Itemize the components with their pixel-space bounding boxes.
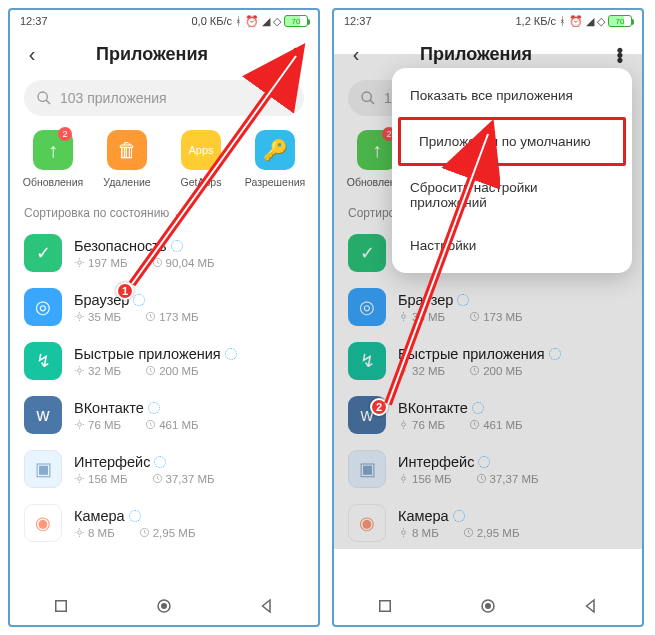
key-icon: 🔑 bbox=[255, 130, 295, 170]
status-speed: 1,2 КБ/с bbox=[515, 15, 556, 27]
search-icon bbox=[36, 90, 52, 106]
bluetooth-icon: ᚼ bbox=[559, 15, 566, 27]
action-label: GetApps bbox=[166, 176, 236, 188]
status-time: 12:37 bbox=[20, 15, 48, 27]
clock-icon bbox=[139, 527, 150, 538]
nav-home[interactable] bbox=[479, 597, 497, 615]
overflow-menu: Показать все приложения Приложения по ум… bbox=[392, 68, 632, 273]
battery-icon: 70 bbox=[608, 15, 632, 27]
app-name: Интерфейс bbox=[74, 454, 150, 470]
signal-icon: ◢ bbox=[262, 15, 270, 28]
gear-icon bbox=[74, 473, 85, 484]
app-icon: w bbox=[24, 396, 62, 434]
updates-badge: 2 bbox=[58, 127, 72, 141]
loading-icon bbox=[171, 240, 183, 252]
app-row[interactable]: ◎ Браузер 35 МБ 173 МБ bbox=[10, 280, 318, 334]
clock-icon bbox=[152, 257, 163, 268]
action-label: Обновления bbox=[18, 176, 88, 188]
svg-point-4 bbox=[78, 315, 82, 319]
gear-icon bbox=[74, 365, 85, 376]
action-getapps[interactable]: Apps GetApps bbox=[166, 130, 236, 188]
gear-icon bbox=[74, 257, 85, 268]
menu-settings[interactable]: Настройки bbox=[392, 224, 632, 267]
action-label: Разрешения bbox=[240, 176, 310, 188]
menu-show-all[interactable]: Показать все приложения bbox=[392, 74, 632, 117]
app-icon: ◎ bbox=[24, 288, 62, 326]
nav-bar bbox=[10, 587, 318, 625]
clock-icon bbox=[145, 419, 156, 430]
app-row[interactable]: ✓ Безопасность 197 МБ 90,04 МБ bbox=[10, 226, 318, 280]
app-icon: ✓ bbox=[24, 234, 62, 272]
wifi-icon: ◇ bbox=[597, 15, 605, 28]
loading-icon bbox=[154, 456, 166, 468]
status-time: 12:37 bbox=[344, 15, 372, 27]
action-updates[interactable]: ↑ 2 Обновления bbox=[18, 130, 88, 188]
svg-point-33 bbox=[486, 604, 491, 609]
nav-recent[interactable] bbox=[52, 597, 70, 615]
nav-home[interactable] bbox=[155, 597, 173, 615]
svg-rect-14 bbox=[56, 601, 67, 612]
sort-dropdown[interactable]: Сортировка по состоянию ⌄ bbox=[10, 196, 318, 226]
wifi-icon: ◇ bbox=[273, 15, 281, 28]
app-icon: ◉ bbox=[24, 504, 62, 542]
gear-icon bbox=[74, 419, 85, 430]
loading-icon bbox=[148, 402, 160, 414]
app-icon: ↯ bbox=[24, 342, 62, 380]
app-name: Быстрые приложения bbox=[74, 346, 221, 362]
svg-point-0 bbox=[38, 92, 47, 101]
svg-point-6 bbox=[78, 369, 82, 373]
action-permissions[interactable]: 🔑 Разрешения bbox=[240, 130, 310, 188]
svg-point-2 bbox=[78, 261, 82, 265]
phone-left: 12:37 0,0 КБ/с ᚼ ⏰ ◢ ◇ 70 ‹ Приложения •… bbox=[8, 8, 320, 627]
bluetooth-icon: ᚼ bbox=[235, 15, 242, 27]
gear-icon bbox=[74, 527, 85, 538]
dimmed-layer: ‹ Приложения ••• 103 приложения ↑ 2 Обно… bbox=[334, 32, 642, 587]
clock-icon bbox=[152, 473, 163, 484]
signal-icon: ◢ bbox=[586, 15, 594, 28]
app-row[interactable]: w ВКонтакте 76 МБ 461 МБ bbox=[10, 388, 318, 442]
overflow-menu-button[interactable]: ••• bbox=[284, 47, 308, 62]
app-row[interactable]: ◉ Камера 8 МБ 2,95 МБ bbox=[10, 496, 318, 550]
status-icons: 0,0 КБ/с ᚼ ⏰ ◢ ◇ 70 bbox=[191, 15, 308, 28]
chevron-down-icon: ⌄ bbox=[173, 206, 183, 220]
clock-icon bbox=[145, 311, 156, 322]
loading-icon bbox=[133, 294, 145, 306]
app-name: ВКонтакте bbox=[74, 400, 144, 416]
battery-icon: 70 bbox=[284, 15, 308, 27]
app-icon: ▣ bbox=[24, 450, 62, 488]
svg-rect-31 bbox=[380, 601, 391, 612]
title-bar: ‹ Приложения ••• bbox=[10, 32, 318, 76]
nav-back[interactable] bbox=[582, 597, 600, 615]
clock-icon bbox=[145, 365, 156, 376]
svg-point-12 bbox=[78, 531, 82, 535]
phone-right: 12:37 1,2 КБ/с ᚼ ⏰ ◢ ◇ 70 ‹ Приложения •… bbox=[332, 8, 644, 627]
app-name: Камера bbox=[74, 508, 125, 524]
svg-point-10 bbox=[78, 477, 82, 481]
nav-recent[interactable] bbox=[376, 597, 394, 615]
gear-icon bbox=[74, 311, 85, 322]
search-input[interactable]: 103 приложения bbox=[24, 80, 304, 116]
svg-line-1 bbox=[46, 100, 50, 104]
actions-row: ↑ 2 Обновления 🗑 Удаление Apps GetApps 🔑… bbox=[10, 120, 318, 196]
menu-reset-prefs[interactable]: Сбросить настройки приложений bbox=[392, 166, 632, 224]
alarm-icon: ⏰ bbox=[245, 15, 259, 28]
status-bar: 12:37 1,2 КБ/с ᚼ ⏰ ◢ ◇ 70 bbox=[334, 10, 642, 32]
annotation-marker-1: 1 bbox=[116, 282, 134, 300]
nav-back[interactable] bbox=[258, 597, 276, 615]
status-icons: 1,2 КБ/с ᚼ ⏰ ◢ ◇ 70 bbox=[515, 15, 632, 28]
app-row[interactable]: ↯ Быстрые приложения 32 МБ 200 МБ bbox=[10, 334, 318, 388]
page-title: Приложения bbox=[20, 44, 284, 65]
status-speed: 0,0 КБ/с bbox=[191, 15, 232, 27]
annotation-marker-2: 2 bbox=[370, 398, 388, 416]
svg-point-16 bbox=[162, 604, 167, 609]
menu-default-apps[interactable]: Приложения по умолчанию bbox=[398, 117, 626, 166]
trash-icon: 🗑 bbox=[107, 130, 147, 170]
nav-bar bbox=[334, 587, 642, 625]
app-name: Безопасность bbox=[74, 238, 167, 254]
svg-point-8 bbox=[78, 423, 82, 427]
action-uninstall[interactable]: 🗑 Удаление bbox=[92, 130, 162, 188]
app-row[interactable]: ▣ Интерфейс 156 МБ 37,37 МБ bbox=[10, 442, 318, 496]
loading-icon bbox=[225, 348, 237, 360]
action-label: Удаление bbox=[92, 176, 162, 188]
getapps-icon: Apps bbox=[181, 130, 221, 170]
